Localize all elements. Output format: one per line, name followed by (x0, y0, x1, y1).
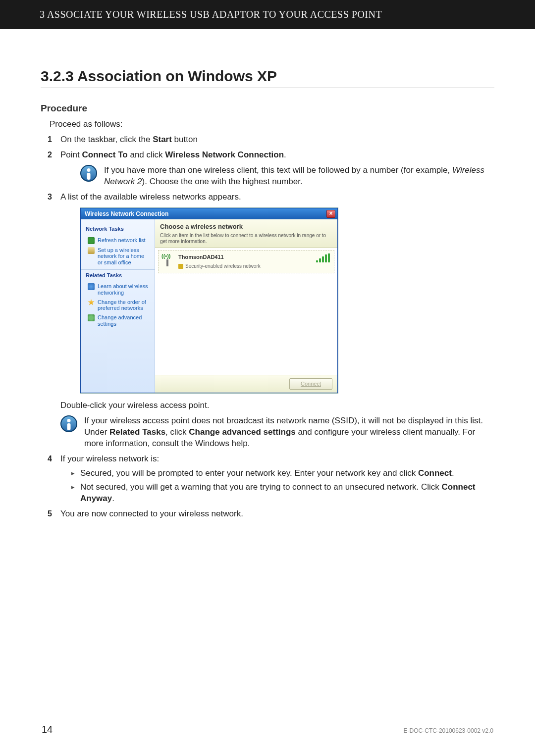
network-list-item[interactable]: ThomsonDAD411 Security-enabled wireless … (158, 250, 334, 273)
step-3-note: If your wireless access point does not b… (84, 415, 494, 450)
star-icon (88, 299, 95, 306)
lock-icon (178, 264, 183, 269)
sidebar-item-setup[interactable]: Set up a wireless network for a home or … (81, 246, 155, 267)
procedure-heading: Procedure (41, 103, 494, 114)
xp-main-subtitle: Click an item in the list below to conne… (160, 233, 332, 245)
step-4-text: If your wireless network is: (60, 454, 159, 463)
sidebar-item-order[interactable]: Change the order of preferred networks (81, 298, 155, 313)
step-2-note: If you have more than one wireless clien… (104, 165, 494, 188)
xp-titlebar: Wireless Network Connection × (81, 208, 337, 219)
step-4-bullet-secured: Secured, you will be prompted to enter y… (71, 468, 494, 479)
xp-title: Wireless Network Connection (85, 210, 168, 218)
intro-text: Proceed as follows: (50, 119, 494, 130)
step-num: 2 (48, 150, 52, 160)
setup-icon (88, 247, 95, 254)
xp-wireless-dialog: Wireless Network Connection × Network Ta… (80, 208, 338, 393)
info-icon (60, 415, 77, 432)
header-tabs-decor (0, 29, 535, 44)
sidebar-item-advanced[interactable]: Change advanced settings (81, 313, 155, 328)
step-3: 3 A list of the available wireless netwo… (41, 192, 494, 450)
step-5: 5 You are now connected to your wireless… (41, 508, 494, 520)
signal-icon (316, 253, 330, 262)
network-name: ThomsonDAD411 (178, 253, 311, 261)
chapter-title: 3 ASSOCIATE YOUR WIRELESS USB ADAPTOR TO… (40, 9, 382, 20)
sidebar-item-refresh[interactable]: Refresh network list (81, 236, 155, 246)
sidebar-group-network-tasks: Network Tasks (81, 223, 155, 236)
close-icon[interactable]: × (326, 210, 335, 218)
step-3-text: A list of the available wireless network… (60, 192, 241, 202)
sidebar-group-related-tasks: Related Tasks (81, 269, 155, 282)
step-1-text: On the taskbar, click the Start button (60, 135, 198, 144)
step-3-tail: Double-click your wireless access point. (60, 400, 494, 411)
chapter-header: 3 ASSOCIATE YOUR WIRELESS USB ADAPTOR TO… (0, 0, 535, 29)
info-icon (80, 165, 97, 182)
step-1: 1 On the taskbar, click the Start button (41, 134, 494, 146)
step-4-bullet-unsecured: Not secured, you will get a warning that… (71, 482, 494, 504)
xp-main-panel: Choose a wireless network Click an item … (155, 219, 337, 393)
antenna-icon (162, 253, 173, 266)
gear-icon (88, 314, 95, 321)
xp-network-list: ThomsonDAD411 Security-enabled wireless … (155, 248, 337, 375)
step-num: 4 (48, 454, 52, 464)
sidebar-item-learn[interactable]: Learn about wireless networking (81, 282, 155, 297)
network-security-label: Security-enabled wireless network (185, 263, 261, 270)
step-num: 5 (48, 508, 52, 519)
refresh-icon (88, 237, 95, 244)
step-2-text: Point Connect To and click Wireless Netw… (60, 150, 286, 159)
info-small-icon (88, 283, 95, 290)
xp-main-title: Choose a wireless network (160, 222, 332, 231)
step-num: 3 (48, 192, 52, 202)
step-4: 4 If your wireless network is: Secured, … (41, 454, 494, 505)
doc-id: E-DOC-CTC-20100623-0002 v2.0 (404, 727, 493, 734)
step-num: 1 (48, 134, 52, 145)
step-2: 2 Point Connect To and click Wireless Ne… (41, 150, 494, 188)
page-number: 14 (42, 724, 53, 735)
step-5-text: You are now connected to your wireless n… (60, 509, 243, 518)
xp-sidebar: Network Tasks Refresh network list Set u… (81, 219, 155, 393)
section-title: 3.2.3 Association on Windows XP (41, 68, 494, 88)
connect-button[interactable]: Connect (289, 378, 332, 390)
